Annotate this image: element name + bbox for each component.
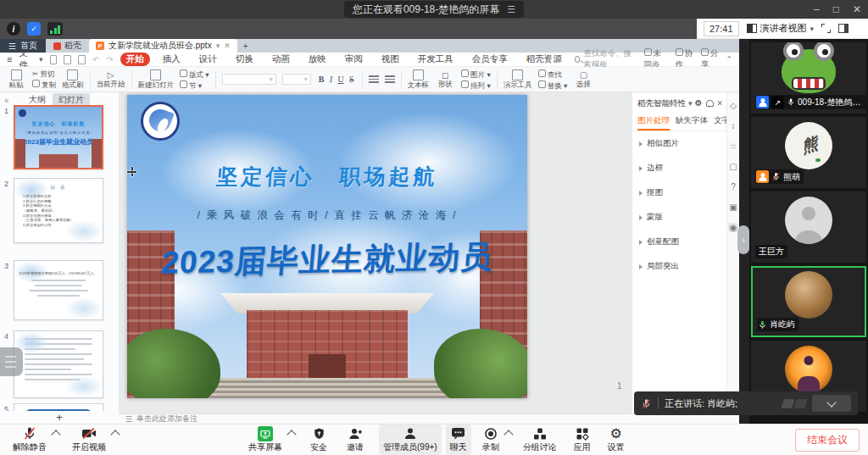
redo-icon[interactable]: ↷ (106, 55, 113, 64)
share-screen-button[interactable]: 共享屏幕 (244, 424, 287, 455)
settings-button[interactable]: ⚙ 设置 (604, 424, 629, 455)
slide-thumbnail-1[interactable]: 坚定信心 职场起航 / 乘 风 破 浪 会 有 时 / 直 挂 云 帆 济 沧 … (14, 105, 103, 169)
smart-item-border[interactable]: 边框 (632, 156, 726, 180)
fullscreen-icon[interactable] (821, 24, 831, 33)
security-button[interactable]: 安全 (306, 424, 331, 455)
info-icon[interactable]: i (7, 22, 20, 36)
textbox-button[interactable]: 文本框 (408, 69, 430, 89)
undo-icon[interactable]: ↶ (92, 55, 99, 64)
network-signal-icon[interactable] (47, 22, 63, 36)
invite-button[interactable]: 邀请 (342, 424, 368, 455)
layout-button[interactable]: 版式 ▾ (180, 69, 209, 79)
breakout-rooms-button[interactable]: 分组讨论 (519, 424, 561, 455)
strikethrough-button[interactable]: S (349, 75, 354, 84)
minimize-button[interactable]: – (814, 3, 820, 15)
chat-button[interactable]: 聊天 (446, 424, 471, 455)
sidebar-toggle-icon[interactable] (838, 24, 849, 33)
participant-tile[interactable]: 熊 熊萌 (751, 117, 866, 188)
start-video-button[interactable]: 开启视频 (68, 424, 110, 455)
add-slide-button[interactable]: + (56, 411, 63, 424)
italic-button[interactable]: I (330, 75, 332, 84)
cut-button[interactable]: ✂ 剪切 (32, 70, 56, 78)
smart-item-local-highlight[interactable]: 局部突出 (632, 254, 726, 279)
participant-tile-sharer[interactable]: ↗ 009-18-楚艳鸽的… (751, 42, 866, 114)
slide-1[interactable]: 坚定信心 职场起航 / 乘 风 破 浪 会 有 时 / 直 挂 云 帆 济 沧 … (127, 95, 527, 398)
ribbon-tab-design[interactable]: 设计 (193, 53, 223, 66)
print-icon[interactable] (64, 55, 71, 64)
chevron-down-icon[interactable]: ▾ (688, 99, 693, 108)
section-button[interactable]: 节 ▾ (180, 80, 209, 90)
ribbon-collapse-icon[interactable]: ⌃ (726, 55, 732, 64)
preview-icon[interactable] (78, 55, 86, 64)
smart-item-similar-images[interactable]: 相似图片 (632, 131, 726, 156)
panel-settings-icon[interactable]: ⚙ (695, 97, 703, 110)
ribbon-tab-animation[interactable]: 动画 (266, 53, 296, 66)
new-slide-button[interactable]: 新建幻灯片 (138, 69, 175, 89)
ribbon-tab-view[interactable]: 视图 (376, 53, 405, 66)
slide-thumbnail-2[interactable]: 目 录 1.就业形势的分析2.就业心态的调整 3.就业编制的分享（网签课、寒假班… (14, 178, 103, 243)
wps-file-tab[interactable]: P 文新学院就业动员班会.pptx ▾ ✕ (89, 39, 237, 53)
ribbon-tab-home[interactable]: 开始 (120, 53, 150, 66)
mute-options-caret[interactable] (51, 430, 60, 439)
tab-dropdown-icon[interactable]: ▾ (216, 42, 220, 50)
replace-button[interactable]: 替换 ▾ (538, 80, 568, 90)
outline-tab[interactable]: 大纲 (29, 94, 46, 106)
font-family-select[interactable]: ▾ (222, 74, 276, 85)
manage-members-button[interactable]: 管理成员(99+) (379, 424, 442, 455)
present-tools-button[interactable]: 演示工具 (504, 69, 532, 89)
layers-icon[interactable]: ▣ (729, 203, 737, 212)
panel-expand-handle[interactable]: › (737, 225, 749, 254)
participant-tile-speaking[interactable]: 肖屹屿 (751, 266, 866, 337)
unmute-button[interactable]: 解除静音 (8, 424, 51, 455)
ribbon-tab-slideshow[interactable]: 放映 (303, 53, 332, 66)
help-icon[interactable]: ? (731, 182, 736, 191)
paste-button[interactable]: 粘贴 (6, 69, 26, 89)
select-button[interactable]: ▢选择 (573, 71, 593, 88)
format-painter-button[interactable]: 格式刷 (62, 69, 84, 89)
star-icon[interactable]: ☆ (730, 141, 737, 151)
align-center-button[interactable] (385, 75, 395, 83)
apps-button[interactable]: 应用 (570, 424, 595, 455)
smart-item-cutout[interactable]: 抠图 (632, 180, 726, 205)
underline-button[interactable]: U (337, 75, 343, 84)
arrange-button[interactable]: 排列 ▾ (461, 80, 491, 90)
smart-item-creative-image[interactable]: 创意配图 (632, 230, 726, 254)
new-tab-button[interactable]: + (237, 39, 254, 53)
security-shield-icon[interactable]: ✓ (27, 22, 41, 36)
participant-tile[interactable]: 王巨方 (751, 191, 866, 263)
end-meeting-button[interactable]: 结束会议 (795, 429, 860, 452)
beautify-icon[interactable]: ◇ (730, 101, 737, 110)
tab-missing-fonts[interactable]: 缺失字体 (676, 115, 708, 130)
restore-button[interactable]: □ (833, 3, 839, 15)
ribbon-tab-insert[interactable]: 插入 (157, 53, 186, 66)
wps-docer-tab[interactable]: 稻壳 (46, 39, 89, 53)
align-left-button[interactable] (369, 75, 379, 83)
hamburger-menu-icon[interactable]: ≡ (7, 54, 12, 64)
ribbon-tab-transition[interactable]: 切换 (230, 53, 259, 66)
close-button[interactable]: ✕ (853, 3, 861, 15)
slide-thumbnail-4[interactable] (14, 330, 103, 398)
view-mode-dropdown[interactable]: 演讲者视图 ▾ (747, 22, 815, 35)
play-from-current-button[interactable]: ▷当前开始 (97, 71, 125, 88)
share-options-caret[interactable] (287, 430, 296, 439)
video-options-caret[interactable] (110, 430, 120, 439)
picture-button[interactable]: 图片 ▾ (461, 69, 491, 79)
find-button[interactable]: 查找 (538, 69, 568, 79)
bold-button[interactable]: B (319, 75, 325, 84)
ribbon-tab-member[interactable]: 会员专享 (466, 53, 514, 66)
floating-annotation-widget[interactable] (0, 347, 23, 376)
panel-close-icon[interactable]: ✕ (717, 99, 724, 108)
ribbon-tab-devtools[interactable]: 开发工具 (412, 53, 459, 66)
copy-button[interactable]: 复制 (32, 80, 56, 89)
slide-thumbnail-3[interactable]: 2023年考研报名突破520万人，2023年467万人。 (14, 260, 103, 320)
collapse-panel-icon[interactable]: « (4, 96, 9, 105)
tab-image-processing[interactable]: 图片处理 (637, 115, 670, 130)
record-button[interactable]: 录制 (478, 424, 504, 455)
font-size-select[interactable]: ▾ (282, 74, 311, 85)
sort-icon[interactable]: ↕ (732, 121, 736, 130)
notification-bell-icon[interactable] (706, 100, 714, 107)
save-icon[interactable] (50, 55, 58, 64)
smart-item-mask[interactable]: 蒙版 (632, 205, 726, 230)
shapes-button[interactable]: ◻形状 (435, 71, 455, 88)
frame-icon[interactable]: ▢ (729, 162, 737, 171)
